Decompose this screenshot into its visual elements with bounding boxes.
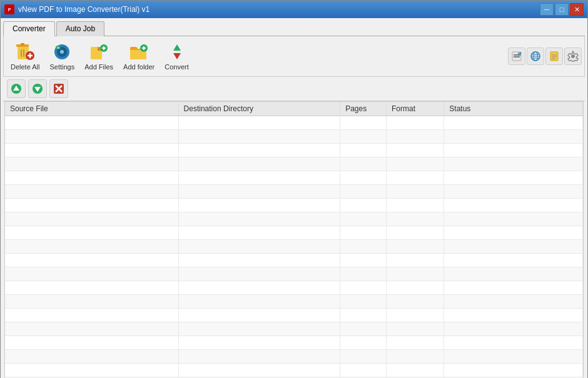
- table-header-row: Source File Destination Directory Pages …: [5, 102, 583, 116]
- minimize-button[interactable]: ─: [540, 3, 554, 16]
- main-toolbar: Delete All Settings: [3, 36, 585, 77]
- table-row: [5, 116, 583, 130]
- main-window: P vNew PDF to Image Converter(Trial) v1 …: [0, 0, 588, 378]
- red-remove-button[interactable]: [49, 79, 68, 98]
- delete-all-icon: [15, 42, 35, 62]
- table-row: [5, 336, 583, 350]
- table-row: [5, 171, 583, 185]
- edit-button[interactable]: [508, 47, 525, 65]
- pages-header: Pages: [340, 102, 387, 116]
- tab-converter[interactable]: Converter: [3, 21, 55, 36]
- table-row: [5, 364, 583, 377]
- table-row: [5, 322, 583, 336]
- table-row: [5, 226, 583, 240]
- green-up-button[interactable]: [7, 79, 26, 98]
- convert-icon: [167, 42, 187, 62]
- delete-all-label: Delete All: [11, 63, 39, 71]
- svg-text:P: P: [8, 7, 11, 12]
- gear-button[interactable]: [564, 47, 582, 65]
- add-files-icon: [89, 42, 109, 62]
- table-row: [5, 185, 583, 199]
- web-button[interactable]: [527, 47, 544, 65]
- status-header: Status: [444, 102, 583, 116]
- add-folder-button[interactable]: Add folder: [119, 39, 159, 74]
- maximize-button[interactable]: □: [555, 3, 569, 16]
- add-folder-label: Add folder: [123, 63, 155, 71]
- svg-marker-24: [173, 53, 181, 59]
- tabs-container: Converter Auto Job: [3, 21, 585, 36]
- format-header: Format: [387, 102, 444, 116]
- document-button[interactable]: [545, 47, 563, 65]
- main-content: Converter Auto Job: [1, 18, 587, 378]
- title-bar: P vNew PDF to Image Converter(Trial) v1 …: [1, 1, 587, 18]
- file-table: Source File Destination Directory Pages …: [5, 102, 583, 378]
- add-files-button[interactable]: Add Files: [80, 39, 118, 74]
- destination-dir-header: Destination Directory: [178, 102, 340, 116]
- source-file-header: Source File: [5, 102, 178, 116]
- table-row: [5, 254, 583, 267]
- secondary-toolbar: [3, 77, 585, 101]
- table-row: [5, 240, 583, 254]
- app-icon: P: [4, 4, 14, 14]
- toolbar-left: Delete All Settings: [6, 39, 193, 74]
- table-row: [5, 144, 583, 157]
- table-row: [5, 130, 583, 144]
- title-buttons: ─ □ ✕: [540, 3, 584, 16]
- settings-icon: [52, 42, 72, 62]
- svg-marker-23: [173, 44, 181, 51]
- convert-button[interactable]: Convert: [160, 39, 193, 74]
- close-button[interactable]: ✕: [570, 3, 584, 16]
- file-table-container: Source File Destination Directory Pages …: [4, 101, 584, 378]
- add-files-label: Add Files: [84, 63, 113, 71]
- table-row: [5, 350, 583, 364]
- delete-all-button[interactable]: Delete All: [6, 39, 44, 74]
- svg-rect-4: [21, 43, 24, 46]
- green-down-button[interactable]: [28, 79, 47, 98]
- table-row: [5, 157, 583, 171]
- svg-rect-35: [550, 52, 558, 61]
- table-row: [5, 212, 583, 226]
- add-folder-icon: [129, 42, 149, 62]
- table-row: [5, 309, 583, 322]
- table-body: [5, 116, 583, 379]
- table-row: [5, 281, 583, 295]
- table-row: [5, 199, 583, 212]
- svg-point-12: [60, 50, 64, 54]
- settings-label: Settings: [49, 63, 74, 71]
- svg-point-39: [571, 54, 575, 58]
- toolbar-right: [508, 47, 582, 65]
- window-title: vNew PDF to Image Converter(Trial) v1: [18, 5, 540, 14]
- settings-button[interactable]: Settings: [45, 39, 79, 74]
- table-row: [5, 267, 583, 281]
- tab-auto-job[interactable]: Auto Job: [56, 21, 104, 36]
- table-row: [5, 295, 583, 309]
- convert-label: Convert: [165, 63, 189, 71]
